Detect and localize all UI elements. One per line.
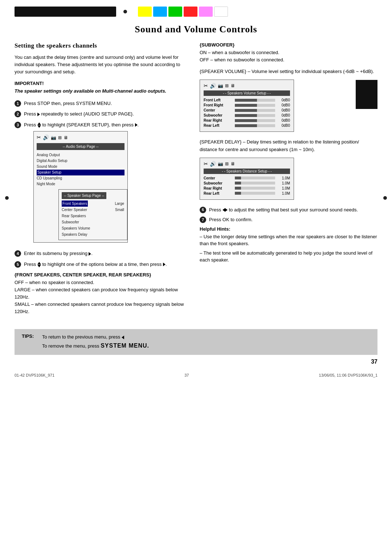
main-content: Setting the speakers channels You can ad… [0, 42, 392, 318]
sv-row-front-left: Front Left 0dB0 [204, 98, 290, 102]
important-label: IMPORTANT! [15, 81, 189, 86]
sv-value-center: 0dB0 [277, 108, 290, 112]
audio-setup-items: Analog Output Digital Audio Setup Sound … [37, 152, 124, 187]
footer-right: 13/06/05, 11:06 DVP5106K/93_1 [319, 373, 377, 377]
step-5-text: Press to highlight one of the options be… [24, 261, 189, 268]
sd-label-center: Center [204, 176, 233, 180]
sv-label-center: Center [204, 108, 233, 112]
front-speakers-item: Front Speakers [62, 200, 88, 207]
sd-bar-subwoofer [235, 182, 275, 185]
sd-label-subwoofer: Subwoofer [204, 181, 233, 185]
color-block-red [184, 7, 197, 17]
step-6-num: 6 [200, 207, 206, 213]
sv-bar-subwoofer [235, 114, 275, 117]
step-4-text: Enter its submenu by pressing . [24, 250, 189, 257]
speaker-setup-highlight: Speaker Setup [37, 170, 124, 175]
subwoofer-heading: {SUBWOOFER} [200, 42, 377, 48]
tips-line2: To remove the menu, press SYSTEM MENU. [42, 341, 149, 351]
sd-row-rear-left: Rear Left 1.0M [204, 191, 290, 195]
step-1: 1 Press STOP then, press SYSTEM MENU. [15, 100, 189, 107]
sd-value-rear-left: 1.0M [277, 191, 290, 195]
step-4-num: 4 [15, 250, 21, 257]
sd-row-center: Center 1.0M [204, 176, 290, 180]
sv-bar-rear-right [235, 119, 275, 122]
step-4: 4 Enter its submenu by pressing . [15, 250, 189, 257]
left-column: Setting the speakers channels You can ad… [15, 42, 189, 318]
step-2-num: 2 [15, 111, 21, 117]
color-block-yellow [138, 7, 152, 17]
sd-value-center: 1.0M [277, 176, 290, 180]
helpful-hints: Helpful Hints: – Use the longer delay ti… [200, 226, 377, 264]
sv-bar-center [235, 109, 275, 112]
footer-left: 01-42 DVP5106K_971 [15, 373, 54, 377]
step-6: 6 Press to adjust the setting that best … [200, 206, 377, 214]
step-7-text: Press OK to confirm. [209, 216, 253, 223]
color-block-white [214, 7, 228, 17]
sd-value-subwoofer: 1.0M [277, 181, 290, 185]
step-3-num: 3 [15, 122, 21, 128]
section-heading: Setting the speakers channels [15, 42, 189, 49]
front-speakers-section: {FRONT SPEAKERS, CENTER SPEAKER, REAR SP… [15, 271, 189, 315]
sd-value-rear-right: 1.0M [277, 186, 290, 190]
color-block-pink [199, 7, 213, 17]
sv-label-rear-right: Rear Right [204, 118, 233, 122]
speaker-distance-title: - - Speakers Distance Setup - - [204, 169, 290, 174]
speaker-volume-title: - - Speakers Volume Setup - - [204, 90, 290, 96]
sv-value-front-left: 0dB0 [277, 98, 290, 102]
sd-bar-rear-left [235, 192, 275, 195]
sv-value-rear-left: 0dB0 [277, 123, 290, 127]
hint-2-text: – The test tone will be automatically ge… [200, 250, 377, 264]
page-title: Sound and Volume Controls [0, 24, 392, 35]
system-menu-text: SYSTEM MENU. [101, 343, 149, 349]
tips-content: To return to the previous menu, press To… [42, 333, 149, 350]
right-column: {SUBWOOFER} ON – when a subwoofer is con… [200, 42, 377, 318]
hint-1-text: – Use the longer delay time settings whe… [200, 233, 377, 247]
sd-label-rear-left: Rear Left [204, 191, 233, 195]
tips-label: TIPS: [22, 333, 36, 339]
sd-row-rear-right: Rear Right 1.0M [204, 186, 290, 190]
important-italic: The speaker settings only available on M… [15, 88, 189, 95]
submenu-title: -- Speaker Setup Page -- [62, 192, 106, 199]
top-bar-center-dot [123, 10, 127, 13]
step-1-num: 1 [15, 100, 21, 107]
step-7-num: 7 [200, 216, 206, 223]
helpful-hints-title: Helpful Hints: [200, 226, 377, 232]
sv-label-front-left: Front Left [204, 98, 233, 102]
step-3-text: Press to highlight {SPEAKER SETUP}, then… [24, 121, 189, 247]
submenu-items: Front Speakers Large Center SpeakerSmall… [62, 200, 124, 238]
page-number: 37 [0, 355, 392, 367]
color-block-blue [153, 7, 167, 17]
front-speakers-heading: {FRONT SPEAKERS, CENTER SPEAKER, REAR SP… [15, 272, 151, 278]
step-5-num: 5 [15, 261, 21, 268]
step-3: 3 Press to highlight {SPEAKER SETUP}, th… [15, 121, 189, 247]
hint-1: – Use the longer delay time settings whe… [200, 233, 377, 247]
step-2-text: Press repeatedly to select {AUDIO SETUP … [24, 110, 189, 118]
sv-row-center: Center 0dB0 [204, 108, 290, 112]
sd-bar-rear-right [235, 187, 275, 190]
speaker-delay-heading: {SPEAKER DELAY} – Delay times setting in… [200, 138, 377, 153]
footer: 01-42 DVP5106K_971 37 13/06/05, 11:06 DV… [0, 371, 392, 380]
intro-text: You can adjust the delay times (centre a… [15, 54, 189, 76]
sv-bar-rear-left [235, 124, 275, 127]
sv-bar-front-right [235, 104, 275, 107]
speaker-setup-submenu: -- Speaker Setup Page -- Front Speakers … [58, 189, 127, 240]
sv-label-front-right: Front Right [204, 103, 233, 107]
sv-row-rear-left: Rear Left 0dB0 [204, 123, 290, 127]
sv-label-rear-left: Rear Left [204, 123, 233, 127]
steps-list: 1 Press STOP then, press SYSTEM MENU. 2 … [15, 100, 189, 268]
right-black-block [356, 80, 377, 109]
subwoofer-text: ON – when a subwoofer is connected. OFF … [200, 49, 377, 64]
color-blocks [138, 7, 228, 17]
sd-row-subwoofer: Subwoofer 1.0M [204, 181, 290, 185]
sv-value-subwoofer: 0dB0 [277, 113, 290, 117]
step-2: 2 Press repeatedly to select {AUDIO SETU… [15, 110, 189, 118]
sv-row-rear-right: Rear Right 0dB0 [204, 118, 290, 122]
sd-label-rear-right: Rear Right [204, 186, 233, 190]
sd-bar-center [235, 177, 275, 179]
sv-row-front-right: Front Right 0dB0 [204, 103, 290, 107]
audio-setup-menu-box: ✂ 🔊 📷 ⊞ 🖥 -- Audio Setup Page -- Analog … [33, 131, 128, 243]
speaker-volume-heading: {SPEAKER VOLUME} – Volume level setting … [200, 68, 377, 75]
right-margin-dot [383, 196, 387, 200]
speaker-volume-box: ✂ 🔊 📷 ⊞ 🖥 - - Speakers Volume Setup - - … [200, 80, 294, 132]
step-7: 7 Press OK to confirm. [200, 216, 377, 223]
